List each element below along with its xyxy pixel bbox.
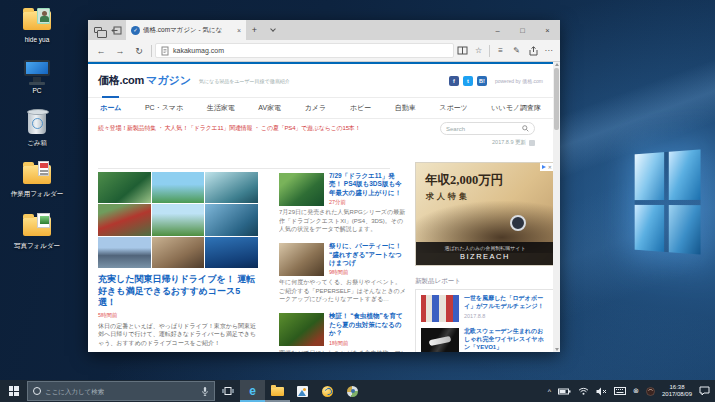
site-search-box[interactable] [440,122,535,135]
favorites-star-button[interactable]: ☆ [471,46,486,55]
product-title-link[interactable]: 一世を風靡した「ロデオボーイ」がフルモデルチェンジ！ [464,295,549,311]
photo-folder-icon [20,212,54,240]
system-tray: ^ ⊗ 16:38 2017/08/09 [548,380,715,402]
network-wifi-icon[interactable] [578,387,589,395]
taskbar-search-box[interactable] [27,381,215,401]
article-thumbnail[interactable] [279,313,324,346]
file-explorer-icon [271,387,284,396]
feature-photo-collage[interactable] [98,172,258,268]
tab-preview-button[interactable] [88,20,107,40]
title-bar-drag-area[interactable] [282,20,485,40]
product-date: 2017.8.8 [464,313,549,319]
browser-tab-active[interactable]: ✓ 価格.comマガジン - 気にな × [126,20,246,40]
taskbar-search-input[interactable] [45,388,197,395]
nav-item-sports[interactable]: スポーツ [439,103,468,113]
battery-icon[interactable] [558,388,571,395]
divider [489,45,490,57]
taskbar-clock[interactable]: 16:38 2017/08/09 [662,384,692,398]
desktop-icon-work-folder[interactable]: 作業用フォルダー [6,160,68,197]
url-field[interactable]: kakakumag.com [155,43,454,58]
ime-mode-icon[interactable] [646,387,655,396]
rss-icon[interactable] [529,140,535,146]
site-logo-suffix[interactable]: マガジン [146,73,191,88]
site-logo[interactable]: 価格.com [98,73,144,88]
nav-item-iimono[interactable]: いいモノ調査隊 [491,103,541,113]
nav-item-camera[interactable]: カメラ [305,103,327,113]
tab-list-dropdown-button[interactable] [263,20,282,40]
start-button[interactable] [0,380,27,402]
powered-by-text: powered by 価格.com [495,78,543,84]
back-button[interactable]: ← [92,46,110,56]
new-tab-button[interactable]: + [246,20,263,40]
hatena-bookmark-icon[interactable]: B! [477,76,487,86]
taskbar-photo-app-button[interactable] [290,380,315,402]
nav-item-pc-smartphone[interactable]: PC・スマホ [145,103,183,113]
url-text: kakakumag.com [173,47,224,54]
taskbar-file-explorer-button[interactable] [265,380,290,402]
tab-close-icon[interactable]: × [237,27,241,34]
sidebar-column: 年収2,000万円 求人特集 選ばれた人のみの会員制転職サイト BIZREACH… [415,162,555,352]
site-header: 価格.com マガジン 気になる製品をユーザー目線で徹底紹介 f t B! po… [88,64,553,98]
feature-article: 充実した関東日帰りドライブを！ 運転好きも満足できるおすすめコース5選！ 5時間… [98,172,258,347]
ad-footer-bar: 選ばれた人のみの会員制転職サイト BIZREACH [416,242,554,265]
ad-choices-close[interactable]: ✕ [540,163,554,171]
web-note-button[interactable]: ✎ [509,46,524,55]
hub-button[interactable]: ≡ [493,46,508,55]
desktop-icon-column: hide yua PC ごみ箱 作業用フォルダー 写真フォルダー [6,6,68,263]
scrollbar-thumb[interactable] [554,68,559,130]
page-content: 充実した関東日帰りドライブを！ 運転好きも満足できるおすすめコース5選！ 5時間… [98,160,541,352]
article-thumbnail[interactable] [279,243,324,276]
taskbar-edge-button[interactable]: e [240,380,265,402]
desktop-icon-photo-folder[interactable]: 写真フォルダー [6,212,68,249]
page-icon [161,46,169,56]
product-thumbnail[interactable] [421,295,459,322]
hidden-icons-chevron[interactable]: ^ [548,388,551,395]
forward-button[interactable]: → [111,46,129,56]
desktop-icon-user-folder[interactable]: hide yua [6,6,68,43]
windows-logo-pane [668,149,700,199]
nav-item-home[interactable]: ホーム [100,103,121,113]
page-scrollbar[interactable] [553,62,560,352]
article-thumbnail[interactable] [279,173,324,206]
twitter-icon[interactable]: t [463,76,473,86]
computer-icon [20,57,54,85]
ime-disabled-icon[interactable]: ⊗ [633,387,639,395]
nav-item-home-appliance[interactable]: 生活家電 [207,103,235,113]
refresh-button[interactable]: ↻ [130,46,148,56]
feature-title-link[interactable]: 充実した関東日帰りドライブを！ 運転好きも満足できるおすすめコース5選！ [98,274,258,309]
round-app-icon [347,386,358,397]
taskbar-app2-button[interactable] [340,380,365,402]
nav-item-av[interactable]: AV家電 [258,103,281,113]
desktop-icon-pc[interactable]: PC [6,57,68,94]
minimize-button[interactable]: – [485,20,510,40]
nav-item-hobby[interactable]: ホビー [350,103,371,113]
site-search-input[interactable] [446,126,519,132]
set-tabs-aside-button[interactable] [107,20,126,40]
task-view-button[interactable] [215,380,240,402]
facebook-icon[interactable]: f [449,76,459,86]
volume-muted-icon[interactable] [596,387,607,396]
product-thumbnail[interactable] [421,328,459,352]
folder-icon [20,160,54,188]
desktop-icon-recycle-bin[interactable]: ごみ箱 [6,109,68,146]
maximize-button[interactable]: □ [510,20,535,40]
clock-date: 2017/08/09 [662,391,692,398]
search-icon[interactable] [522,125,529,132]
product-title-link[interactable]: 北欧スウェーデン生まれのおしゃれ完全ワイヤレスイヤホン「YEVO1」 [464,328,549,352]
ad-banner[interactable]: 年収2,000万円 求人特集 選ばれた人のみの会員制転職サイト BIZREACH… [415,162,555,266]
updated-date: 2017.8.9 更新 [492,139,526,146]
more-options-button[interactable]: ⋯ [541,46,556,55]
tab-preview-icon [94,27,102,33]
set-tabs-aside-icon [111,26,122,35]
reading-view-button[interactable] [455,46,470,55]
microphone-icon[interactable] [201,386,209,397]
desktop-icon-label: ごみ箱 [6,139,68,146]
share-button[interactable] [525,46,540,56]
browser-viewport: 価格.com マガジン 気になる製品をユーザー目線で徹底紹介 f t B! po… [88,62,560,352]
action-center-button[interactable] [699,386,710,396]
nav-item-car[interactable]: 自動車 [395,103,416,113]
new-products-heading: 新製品レポート [415,277,555,286]
taskbar-app1-button[interactable] [315,380,340,402]
close-button[interactable]: × [535,20,560,40]
touch-keyboard-icon[interactable] [614,387,626,395]
